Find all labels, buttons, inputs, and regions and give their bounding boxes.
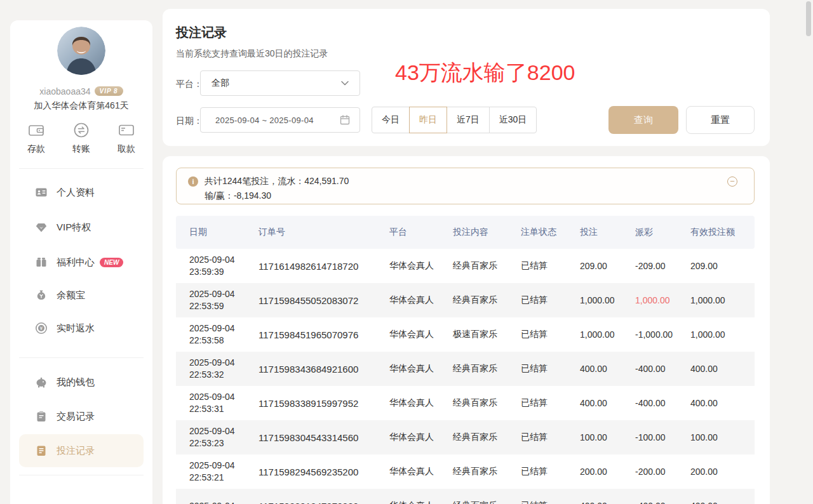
- svg-text:¥: ¥: [40, 326, 43, 331]
- cell-order: 1171614982614718720: [259, 261, 389, 272]
- date-label: 日期：: [176, 116, 203, 127]
- action-transfer[interactable]: 转账: [62, 121, 100, 155]
- cell-valid: 200.00: [690, 467, 755, 477]
- table-row: 2025-09-0422:53:321171598343684921600华体会…: [176, 352, 755, 386]
- cell-payout: -100.00: [635, 432, 690, 442]
- column-header: 注单状态: [521, 227, 580, 238]
- page-subtitle: 当前系统支持查询最近30日的投注记录: [176, 48, 328, 60]
- chevron-down-icon: [339, 77, 351, 89]
- records-card: i 共计1244笔投注，流水：424,591.70 输/赢：-8,194.30 …: [163, 156, 770, 504]
- sidebar-item-8[interactable]: 投注记录: [19, 434, 144, 467]
- cell-valid: 400.00: [690, 501, 755, 504]
- platform-select[interactable]: 全部: [200, 70, 360, 96]
- sidebar-item-3[interactable]: 福利中心NEW: [19, 246, 144, 279]
- cell-valid: 100.00: [690, 432, 755, 442]
- sidebar-item-2[interactable]: VIP特权: [19, 211, 144, 244]
- cell-status: 已结算: [521, 260, 580, 272]
- table-row: 2025-09-0422:53:211171598294569235200华体会…: [176, 454, 755, 489]
- sidebar-item-label: 福利中心: [57, 256, 95, 269]
- action-card[interactable]: 取款: [107, 121, 145, 155]
- avatar: [57, 27, 105, 75]
- vip-badge: VIP 8: [95, 86, 123, 96]
- cell-content: 经典百家乐: [453, 432, 521, 443]
- cell-platform: 华体会真人: [389, 295, 453, 306]
- quick-date-button[interactable]: 近30日: [489, 107, 537, 133]
- reset-button[interactable]: 重置: [686, 106, 755, 134]
- cell-order: 1171598343684921600: [259, 364, 389, 375]
- clipboard-icon: [35, 410, 48, 423]
- cell-content: 经典百家乐: [453, 500, 521, 504]
- gift-icon: [35, 256, 48, 269]
- sidebar-item-5[interactable]: ¥实时返水: [19, 312, 144, 345]
- cell-payout: 1,000.00: [635, 295, 690, 305]
- column-header: 派彩: [635, 227, 690, 238]
- date-range-input[interactable]: 2025-09-04 ~ 2025-09-04: [200, 107, 360, 133]
- scrollbar-thumb[interactable]: [806, 1, 811, 36]
- cell-date: 2025-09-0422:53:58: [189, 322, 259, 347]
- sidebar-item-7[interactable]: 交易记录: [19, 400, 144, 433]
- cell-bet: 1,000.00: [580, 329, 635, 340]
- action-wallet[interactable]: 存款: [17, 121, 55, 155]
- sidebar-item-6[interactable]: 我的钱包: [19, 366, 144, 399]
- cell-content: 经典百家乐: [453, 363, 521, 375]
- cell-valid: 400.00: [690, 398, 755, 408]
- summary-line1: 共计1244笔投注，流水：424,591.70: [205, 176, 349, 187]
- query-button[interactable]: 查询: [608, 106, 678, 134]
- divider: [19, 357, 144, 358]
- divider: [19, 475, 144, 475]
- cell-valid: 1,000.00: [690, 329, 755, 340]
- wallet-icon: [27, 121, 46, 140]
- sidebar-item-9[interactable]: 兑奖记录: [19, 493, 144, 504]
- action-label: 存款: [27, 143, 45, 155]
- table-body: 2025-09-0423:59:391171614982614718720华体会…: [176, 249, 755, 504]
- sidebar-item-label: 我的钱包: [57, 376, 95, 388]
- cell-status: 已结算: [521, 363, 580, 375]
- column-header: 投注内容: [453, 227, 521, 238]
- cell-content: 极速百家乐: [453, 329, 521, 340]
- cell-order: 1171598291247370880: [259, 501, 389, 504]
- collapse-icon[interactable]: −: [727, 176, 737, 187]
- platform-select-value: 全部: [212, 77, 339, 89]
- quick-date-button[interactable]: 今日: [372, 107, 410, 133]
- piggy-icon: [35, 376, 48, 388]
- rebate-icon: ¥: [35, 322, 48, 335]
- cell-order: 1171598294569235200: [259, 467, 389, 477]
- summary-line2: 输/赢：-8,194.30: [205, 190, 271, 202]
- cell-platform: 华体会真人: [389, 397, 453, 409]
- cell-bet: 209.00: [580, 261, 635, 271]
- date-range-value: 2025-09-04 ~ 2025-09-04: [215, 116, 339, 125]
- cell-platform: 华体会真人: [389, 260, 453, 272]
- quick-date-button[interactable]: 昨日: [409, 107, 447, 133]
- table-row: 2025-09-0422:53:591171598455052083072华体会…: [176, 283, 755, 317]
- table-header-row: 日期订单号平台投注内容注单状态投注派彩有效投注额: [176, 216, 755, 249]
- cell-payout: -1,000.00: [635, 329, 690, 340]
- id-card-icon: [35, 186, 48, 199]
- join-days-text: 加入华体会体育第461天: [10, 100, 152, 112]
- column-header: 平台: [389, 227, 453, 238]
- cell-platform: 华体会真人: [389, 363, 453, 375]
- quick-date-button[interactable]: 近7日: [447, 107, 490, 133]
- cell-bet: 400.00: [580, 398, 635, 408]
- cell-order: 1171598338915997952: [259, 398, 389, 409]
- cell-content: 经典百家乐: [453, 397, 521, 409]
- cell-date: 2025-09-0423:59:39: [189, 254, 259, 278]
- cell-payout: -200.00: [635, 467, 690, 477]
- sidebar-item-label: 实时返水: [57, 322, 95, 335]
- cell-content: 经典百家乐: [453, 260, 521, 272]
- username: xiaobaoaa34: [39, 86, 90, 96]
- cell-order: 1171598451965070976: [259, 329, 389, 340]
- cell-platform: 华体会真人: [389, 500, 453, 504]
- summary-box: i 共计1244笔投注，流水：424,591.70 输/赢：-8,194.30 …: [176, 168, 755, 204]
- cell-date: 2025-09-0422:53:32: [189, 357, 259, 381]
- cell-status: 已结算: [521, 500, 580, 504]
- cell-platform: 华体会真人: [389, 432, 453, 443]
- sidebar-item-1[interactable]: 个人资料: [19, 176, 144, 209]
- bet-records-table: 日期订单号平台投注内容注单状态投注派彩有效投注额 2025-09-0423:59…: [176, 216, 755, 504]
- cell-bet: 400.00: [580, 364, 635, 374]
- cell-status: 已结算: [521, 295, 580, 306]
- cell-valid: 1,000.00: [690, 295, 755, 305]
- sidebar-item-4[interactable]: 余额宝: [19, 279, 144, 312]
- table-row: 2025-09-0423:59:391171614982614718720华体会…: [176, 249, 755, 283]
- annotation-overlay-text: 43万流水输了8200: [395, 58, 575, 88]
- info-icon: i: [188, 176, 198, 187]
